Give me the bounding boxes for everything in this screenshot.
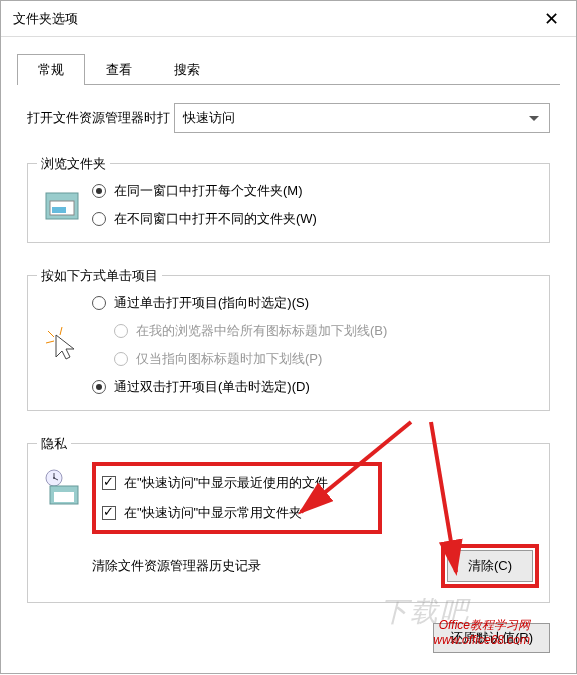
titlebar: 文件夹选项 ✕ bbox=[1, 1, 576, 37]
clear-label: 清除文件资源管理器历史记录 bbox=[92, 557, 261, 575]
radio-icon bbox=[92, 296, 106, 310]
cursor-icon bbox=[42, 325, 82, 365]
radio-label: 在不同窗口中打开不同的文件夹(W) bbox=[114, 210, 317, 228]
tab-general[interactable]: 常规 bbox=[17, 54, 85, 85]
underline-all-radio: 在我的浏览器中给所有图标标题加下划线(B) bbox=[114, 322, 387, 340]
open-label: 打开文件资源管理器时打 bbox=[27, 109, 170, 127]
clear-button-highlight: 清除(C) bbox=[441, 544, 539, 588]
clear-row: 清除文件资源管理器历史记录 清除(C) bbox=[92, 544, 539, 588]
svg-line-3 bbox=[48, 331, 54, 337]
frequent-folders-check[interactable]: 在"快速访问"中显示常用文件夹 bbox=[102, 504, 372, 522]
radio-label: 仅当指向图标标题时加下划线(P) bbox=[136, 350, 322, 368]
click-group: 按如下方式单击项目 通过单击打开项目(指向时选定)(S) bbox=[27, 257, 550, 411]
open-combobox[interactable]: 快速访问 bbox=[174, 103, 550, 133]
radio-label: 通过双击打开项目(单击时选定)(D) bbox=[114, 378, 310, 396]
click-title: 按如下方式单击项目 bbox=[37, 267, 162, 285]
checkbox-icon bbox=[102, 506, 116, 520]
tab-bar: 常规 查看 搜索 bbox=[17, 53, 560, 85]
privacy-icon bbox=[42, 468, 82, 508]
privacy-group: 隐私 在"快速访问"中显示最近使用的文件 bbox=[27, 425, 550, 603]
double-click-radio[interactable]: 通过双击打开项目(单击时选定)(D) bbox=[92, 378, 387, 396]
window-title: 文件夹选项 bbox=[13, 10, 78, 28]
content: 常规 查看 搜索 打开文件资源管理器时打 快速访问 浏览文件夹 bbox=[1, 37, 576, 673]
browse-same-window-radio[interactable]: 在同一窗口中打开每个文件夹(M) bbox=[92, 182, 317, 200]
close-button[interactable]: ✕ bbox=[526, 1, 576, 37]
dialog: 文件夹选项 ✕ 常规 查看 搜索 打开文件资源管理器时打 快速访问 浏览文件夹 bbox=[0, 0, 577, 674]
browse-diff-window-radio[interactable]: 在不同窗口中打开不同的文件夹(W) bbox=[92, 210, 317, 228]
svg-rect-11 bbox=[54, 492, 74, 502]
tab-search[interactable]: 搜索 bbox=[153, 54, 221, 85]
radio-icon bbox=[92, 380, 106, 394]
radio-icon bbox=[92, 212, 106, 226]
svg-rect-2 bbox=[52, 207, 66, 213]
radio-icon bbox=[92, 184, 106, 198]
open-row: 打开文件资源管理器时打 快速访问 bbox=[27, 103, 550, 133]
browse-title: 浏览文件夹 bbox=[37, 155, 110, 173]
restore-defaults-button[interactable]: 还原默认值(R) bbox=[433, 623, 550, 653]
svg-line-4 bbox=[60, 327, 62, 335]
privacy-checks-highlight: 在"快速访问"中显示最近使用的文件 在"快速访问"中显示常用文件夹 bbox=[92, 462, 382, 534]
tab-body: 打开文件资源管理器时打 快速访问 浏览文件夹 在同一窗 bbox=[17, 85, 560, 663]
privacy-title: 隐私 bbox=[37, 435, 71, 453]
browse-group: 浏览文件夹 在同一窗口中打开每个文件夹(M) bbox=[27, 145, 550, 243]
radio-label: 通过单击打开项目(指向时选定)(S) bbox=[114, 294, 309, 312]
underline-hover-radio: 仅当指向图标标题时加下划线(P) bbox=[114, 350, 387, 368]
radio-label: 在我的浏览器中给所有图标标题加下划线(B) bbox=[136, 322, 387, 340]
clear-button[interactable]: 清除(C) bbox=[447, 550, 533, 582]
radio-label: 在同一窗口中打开每个文件夹(M) bbox=[114, 182, 303, 200]
browse-folder-icon bbox=[42, 185, 82, 225]
recent-files-check[interactable]: 在"快速访问"中显示最近使用的文件 bbox=[102, 474, 372, 492]
single-click-radio[interactable]: 通过单击打开项目(指向时选定)(S) bbox=[92, 294, 387, 312]
radio-icon bbox=[114, 324, 128, 338]
svg-line-5 bbox=[46, 341, 54, 343]
tab-view[interactable]: 查看 bbox=[85, 54, 153, 85]
check-label: 在"快速访问"中显示常用文件夹 bbox=[124, 504, 302, 522]
combo-value: 快速访问 bbox=[183, 109, 235, 127]
checkbox-icon bbox=[102, 476, 116, 490]
bottom-buttons: 下载吧 还原默认值(R) Office教程学习网 www.office68.co… bbox=[27, 617, 550, 653]
check-label: 在"快速访问"中显示最近使用的文件 bbox=[124, 474, 328, 492]
radio-icon bbox=[114, 352, 128, 366]
